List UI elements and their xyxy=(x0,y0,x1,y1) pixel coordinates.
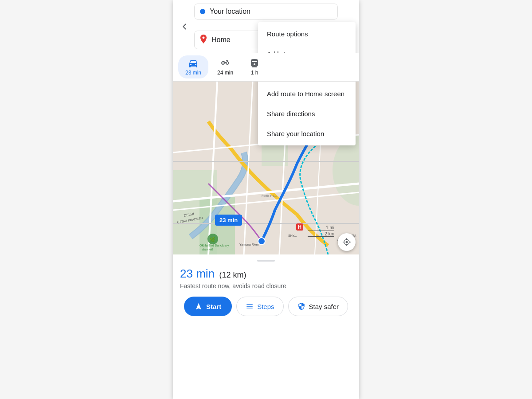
map-scale: 1 mi 2 km xyxy=(308,225,334,237)
route-duration: 23 min xyxy=(180,267,215,280)
start-label: Start xyxy=(206,303,221,310)
safer-label: Stay safer xyxy=(309,303,339,310)
svg-text:Okhla Bird Sanctuary: Okhla Bird Sanctuary xyxy=(200,244,229,247)
route-info-panel: 23 min (12 km) Fastest route now, avoids… xyxy=(173,254,359,320)
svg-text:🌿: 🌿 xyxy=(209,236,215,243)
tab-motorcycle[interactable]: 24 min xyxy=(210,55,240,78)
steps-label: Steps xyxy=(257,303,274,310)
scale-bar-bottom xyxy=(308,236,334,237)
navigation-icon xyxy=(195,302,203,310)
start-button[interactable]: Start xyxy=(184,297,232,316)
transit-tab-time: 1 h xyxy=(251,70,258,76)
steps-button[interactable]: Steps xyxy=(236,297,283,316)
car-tab-time: 23 min xyxy=(185,70,201,76)
back-button[interactable] xyxy=(176,19,192,35)
destination-pin-icon xyxy=(200,35,207,45)
tab-transit[interactable]: 1 h xyxy=(242,55,267,78)
menu-share-directions[interactable]: Share directions xyxy=(258,104,356,124)
scale-bar-top xyxy=(308,231,334,231)
stay-safer-button[interactable]: Stay safer xyxy=(288,297,348,316)
transport-mode-tabs: 23 min 24 min 1 h xyxy=(173,53,359,82)
location-dot-icon xyxy=(200,9,205,14)
drag-handle xyxy=(257,260,275,262)
steps-icon xyxy=(246,302,254,310)
scale-label-mi: 1 mi xyxy=(326,225,334,230)
origin-field[interactable]: Your location xyxy=(194,4,338,20)
svg-point-56 xyxy=(258,238,265,245)
shield-icon xyxy=(297,302,305,310)
route-description-text: Fastest route now, avoids road closure xyxy=(180,282,352,289)
more-options-button[interactable]: Route options Add stop Set depart or arr… xyxy=(340,19,356,35)
origin-text: Your location xyxy=(210,8,332,16)
scale-label-km: 2 km xyxy=(325,231,334,236)
svg-text:Yamuna River: Yamuna River xyxy=(239,243,259,246)
navigation-header: Your location Home xyxy=(173,0,359,53)
map-duration-badge: 23 min xyxy=(215,215,242,226)
route-distance: (12 km) xyxy=(219,270,246,279)
svg-text:Fortis Ho...: Fortis Ho... xyxy=(262,194,277,197)
svg-point-57 xyxy=(346,241,348,243)
svg-text:ओखला पक्षी: ओखला पक्षी xyxy=(202,248,213,251)
locate-me-button[interactable] xyxy=(338,233,356,251)
menu-add-route-home[interactable]: Add route to Home screen xyxy=(258,84,356,104)
action-buttons-row: Start Steps Stay safer xyxy=(180,297,352,316)
tab-car[interactable]: 23 min xyxy=(178,55,208,78)
motorcycle-tab-time: 24 min xyxy=(217,70,233,76)
dropdown-menu: Route options Add stop Set depart or arr… xyxy=(258,22,356,145)
svg-text:SHY...: SHY... xyxy=(288,234,297,237)
menu-route-options[interactable]: Route options xyxy=(258,24,356,44)
svg-text:H: H xyxy=(298,224,301,230)
route-summary: 23 min (12 km) xyxy=(180,267,352,281)
menu-share-location[interactable]: Share your location xyxy=(258,124,356,144)
